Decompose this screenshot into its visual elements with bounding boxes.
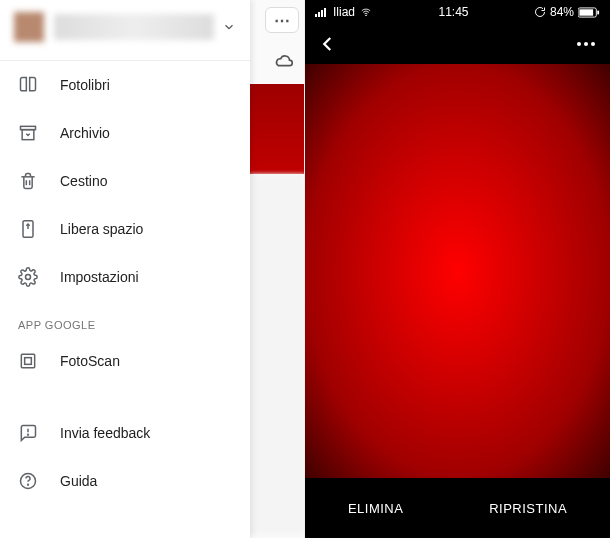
google-photos-drawer-panel: Fotolibri Archivio Cestino Libera spazio — [0, 0, 305, 538]
trash-photo-view: Iliad 11:45 84% ELIMINA RIPRISTINA — [305, 0, 610, 538]
free-space-icon — [18, 219, 38, 239]
chevron-down-icon[interactable] — [222, 20, 236, 34]
wifi-icon — [359, 7, 373, 17]
section-label-app-google: APP GOOGLE — [0, 301, 250, 337]
menu-item-fotoscan[interactable]: FotoScan — [0, 337, 250, 385]
account-name — [54, 14, 214, 40]
gear-icon — [18, 267, 38, 287]
menu-item-libera-spazio[interactable]: Libera spazio — [0, 205, 250, 253]
menu-item-cestino[interactable]: Cestino — [0, 157, 250, 205]
help-icon — [18, 471, 38, 491]
archive-icon — [18, 123, 38, 143]
book-icon — [18, 75, 38, 95]
svg-rect-17 — [597, 10, 599, 14]
drawer-menu-footer: Invia feedback Guida — [0, 409, 250, 505]
navigation-drawer: Fotolibri Archivio Cestino Libera spazio — [0, 0, 250, 538]
menu-label: Invia feedback — [60, 425, 150, 441]
avatar[interactable] — [14, 12, 44, 42]
sync-icon — [534, 6, 546, 18]
svg-rect-11 — [318, 12, 320, 17]
battery-label: 84% — [550, 5, 574, 19]
menu-item-guida[interactable]: Guida — [0, 457, 250, 505]
photo-preview[interactable] — [305, 64, 610, 478]
menu-item-archivio[interactable]: Archivio — [0, 109, 250, 157]
svg-rect-16 — [579, 9, 593, 15]
menu-label: Fotolibri — [60, 77, 110, 93]
menu-item-impostazioni[interactable]: Impostazioni — [0, 253, 250, 301]
drawer-menu: Fotolibri Archivio Cestino Libera spazio — [0, 61, 250, 301]
photo-top-nav — [305, 24, 610, 64]
bottom-action-bar: ELIMINA RIPRISTINA — [305, 478, 610, 538]
svg-point-3 — [26, 275, 31, 280]
svg-point-18 — [577, 42, 581, 46]
status-bar: Iliad 11:45 84% — [305, 0, 610, 24]
battery-icon — [578, 7, 600, 18]
menu-label: Impostazioni — [60, 269, 139, 285]
trash-icon — [18, 171, 38, 191]
svg-point-9 — [28, 484, 29, 485]
carrier-label: Iliad — [333, 5, 355, 19]
menu-label: Cestino — [60, 173, 107, 189]
fotoscan-icon — [18, 351, 38, 371]
svg-point-14 — [366, 15, 367, 16]
svg-rect-4 — [21, 354, 34, 367]
menu-label: Libera spazio — [60, 221, 143, 237]
drawer-header[interactable] — [0, 0, 250, 61]
menu-label: FotoScan — [60, 353, 120, 369]
svg-rect-5 — [25, 358, 32, 365]
menu-label: Archivio — [60, 125, 110, 141]
svg-rect-10 — [315, 14, 317, 17]
svg-point-19 — [584, 42, 588, 46]
svg-rect-12 — [321, 10, 323, 17]
more-button[interactable]: ⋯ — [265, 7, 299, 33]
clock: 11:45 — [438, 5, 468, 19]
feedback-icon — [18, 423, 38, 443]
menu-item-invia-feedback[interactable]: Invia feedback — [0, 409, 250, 457]
cloud-icon[interactable] — [273, 51, 295, 73]
drawer-menu-google: FotoScan — [0, 337, 250, 385]
back-button[interactable] — [319, 35, 337, 53]
svg-rect-13 — [324, 8, 326, 17]
delete-button[interactable]: ELIMINA — [338, 493, 414, 524]
restore-button[interactable]: RIPRISTINA — [479, 493, 577, 524]
svg-point-7 — [28, 434, 29, 435]
menu-label: Guida — [60, 473, 97, 489]
menu-item-fotolibri[interactable]: Fotolibri — [0, 61, 250, 109]
svg-point-20 — [591, 42, 595, 46]
background-content: ⋯ — [250, 0, 305, 538]
signal-icon — [315, 7, 329, 17]
more-options-button[interactable] — [576, 41, 596, 47]
